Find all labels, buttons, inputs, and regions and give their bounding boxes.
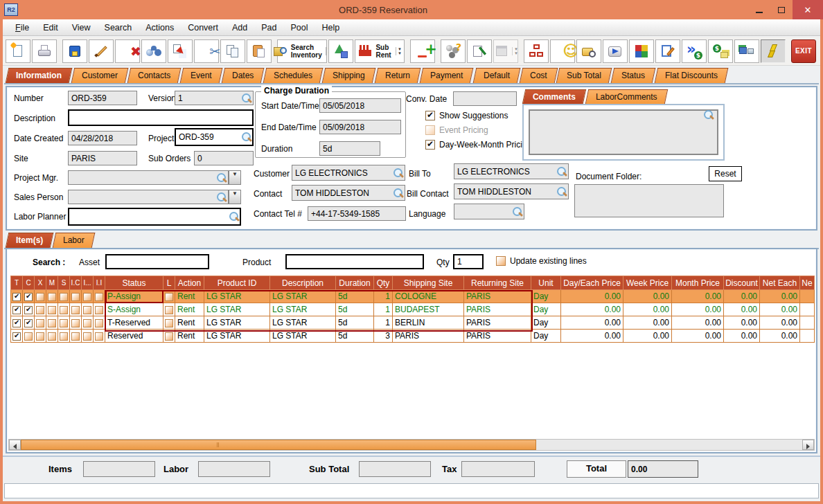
row-4-check-ii[interactable] xyxy=(94,330,105,343)
menu-item-pad[interactable]: Pad xyxy=(254,21,283,35)
cell-duration[interactable]: 5d xyxy=(336,330,374,343)
cell-discount[interactable]: 0.00 xyxy=(724,330,760,343)
column-header-x[interactable]: X xyxy=(35,276,46,290)
menu-item-convert[interactable]: Convert xyxy=(181,21,225,35)
cell-unit[interactable]: Day xyxy=(531,290,561,303)
cell-returning-site[interactable]: PARIS xyxy=(464,330,531,343)
copy-button[interactable] xyxy=(220,39,245,63)
items-tab-labor[interactable]: Labor xyxy=(53,233,95,248)
column-header-description[interactable]: Description xyxy=(270,276,336,290)
cell-status[interactable]: S-Assign xyxy=(105,303,163,316)
menu-item-file[interactable]: File xyxy=(8,21,36,35)
column-header-week-price[interactable]: Week Price xyxy=(623,276,672,290)
checkbox[interactable] xyxy=(60,319,68,327)
number-field[interactable] xyxy=(68,91,137,105)
paste-button[interactable] xyxy=(247,39,272,63)
checkbox[interactable] xyxy=(48,306,56,314)
total-value-field[interactable] xyxy=(628,460,698,478)
checkbox[interactable] xyxy=(83,306,91,314)
tab-information[interactable]: Information xyxy=(6,68,73,83)
sales-person-field[interactable] xyxy=(68,190,229,204)
tab-payment[interactable]: Payment xyxy=(420,68,474,83)
cell-status[interactable]: T-Reserved xyxy=(105,316,163,330)
cell-ne[interactable] xyxy=(800,330,815,343)
org-chart-button[interactable] xyxy=(524,39,549,63)
start-date-field[interactable] xyxy=(319,98,401,113)
column-header-day-each-price[interactable]: Day/Each Price xyxy=(561,276,623,290)
cell-product-id[interactable]: LG STAR xyxy=(204,290,270,303)
checkbox[interactable] xyxy=(71,319,80,327)
asset-input[interactable] xyxy=(105,254,209,269)
checkbox[interactable] xyxy=(165,293,173,301)
checkbox[interactable] xyxy=(95,293,103,301)
comments-lookup-icon[interactable] xyxy=(704,110,714,120)
sales-person-lookup-icon[interactable] xyxy=(217,192,227,202)
cell-net-each[interactable]: 0.00 xyxy=(760,316,800,330)
row-4-check-c[interactable] xyxy=(23,330,35,343)
cell-month-price[interactable]: 0.00 xyxy=(672,316,724,330)
column-header-status[interactable]: Status xyxy=(105,276,163,290)
cell-description[interactable]: LG STAR xyxy=(270,316,336,330)
bill-contact-field[interactable] xyxy=(454,183,569,199)
row-3-check-i[interactable] xyxy=(82,316,94,330)
checkbox[interactable] xyxy=(24,332,33,341)
labor-planner-field[interactable] xyxy=(68,208,241,226)
exit-button[interactable]: EXIT xyxy=(791,39,816,63)
checkbox[interactable] xyxy=(60,293,68,301)
send-money-button[interactable] xyxy=(682,39,707,63)
site-field[interactable] xyxy=(68,151,137,165)
menu-item-add[interactable]: Add xyxy=(225,21,254,35)
row-2-check-c[interactable] xyxy=(23,303,35,316)
row-4-check-x[interactable] xyxy=(35,330,46,343)
tab-sub-total[interactable]: Sub Total xyxy=(556,68,612,83)
column-header-ne[interactable]: Ne xyxy=(800,276,815,290)
cell-shipping-site[interactable]: COLOGNE xyxy=(393,290,464,303)
smiley-button[interactable] xyxy=(550,39,575,63)
cell-returning-site[interactable]: PARIS xyxy=(464,303,531,316)
cell-discount[interactable]: 0.00 xyxy=(724,290,760,303)
tab-event[interactable]: Event xyxy=(180,68,222,83)
cell-unit[interactable]: Day xyxy=(531,330,561,343)
cell-product-id[interactable]: LG STAR xyxy=(204,303,270,316)
sub-rent-dropdown-icon[interactable]: ▼▼ xyxy=(396,47,402,55)
notes-button[interactable] xyxy=(467,39,492,63)
edit-button[interactable] xyxy=(89,39,114,63)
checkbox[interactable] xyxy=(71,306,80,314)
tax-field[interactable] xyxy=(461,461,535,477)
project-mgr-field[interactable] xyxy=(68,170,229,185)
checkbox[interactable] xyxy=(95,319,103,327)
qty-input[interactable] xyxy=(453,254,484,269)
quick-actions-button[interactable] xyxy=(761,39,786,63)
new-document-button[interactable] xyxy=(6,39,30,63)
cubes-button[interactable] xyxy=(629,39,654,63)
checkbox[interactable] xyxy=(165,332,173,341)
cell-l[interactable] xyxy=(163,303,175,316)
checkbox[interactable] xyxy=(24,306,33,314)
contact-lookup-icon[interactable] xyxy=(393,188,403,198)
cell-qty[interactable]: 3 xyxy=(374,330,393,343)
shapes-button[interactable] xyxy=(328,39,353,63)
date-created-field[interactable] xyxy=(68,131,137,145)
checkbox[interactable] xyxy=(71,332,80,341)
cell-duration[interactable]: 5d xyxy=(336,303,374,316)
cell-qty[interactable]: 1 xyxy=(374,303,393,316)
checkbox[interactable] xyxy=(48,293,56,301)
checkbox[interactable] xyxy=(60,306,68,314)
tab-cost[interactable]: Cost xyxy=(519,68,557,83)
cell-day-each-price[interactable]: 0.00 xyxy=(561,316,623,330)
save-button[interactable] xyxy=(62,39,87,63)
sales-person-dropdown-button[interactable]: ▼ xyxy=(229,190,241,204)
checkbox[interactable] xyxy=(83,319,91,327)
bill-contact-lookup-icon[interactable] xyxy=(557,187,567,197)
column-header-month-price[interactable]: Month Price xyxy=(672,276,724,290)
column-header-returning-site[interactable]: Returning Site xyxy=(464,276,531,290)
cell-description[interactable]: LG STAR xyxy=(270,303,336,316)
cell-shipping-site[interactable]: BUDAPEST xyxy=(393,303,464,316)
column-header-product-id[interactable]: Product ID xyxy=(204,276,270,290)
end-date-field[interactable] xyxy=(319,120,401,134)
row-3-check-ii[interactable] xyxy=(94,316,105,330)
checkbox[interactable] xyxy=(83,332,91,341)
row-3-check-c[interactable] xyxy=(23,316,35,330)
checkbox[interactable] xyxy=(60,332,68,341)
labor-planner-lookup-icon[interactable] xyxy=(229,212,239,222)
